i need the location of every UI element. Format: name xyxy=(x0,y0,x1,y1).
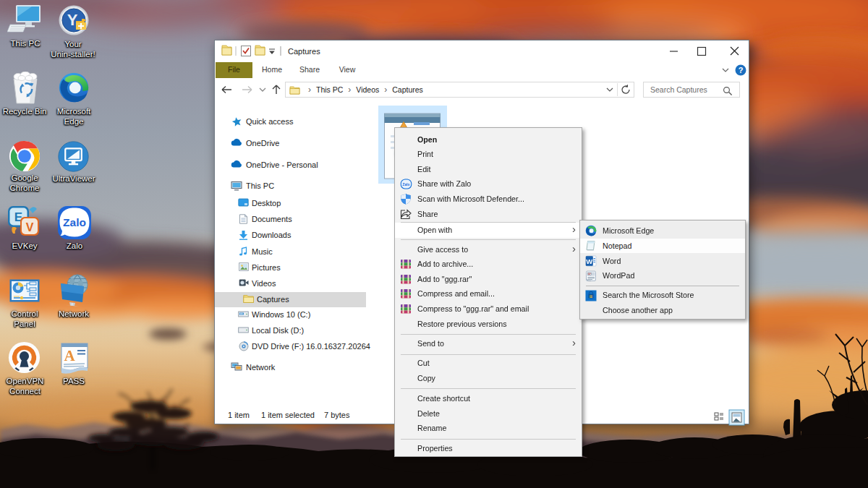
svg-text:Zalo: Zalo xyxy=(402,183,409,187)
svg-text:⊞: ⊞ xyxy=(590,294,593,298)
svg-text:W: W xyxy=(586,257,592,265)
svg-text:?: ? xyxy=(739,66,744,74)
svg-text:Zalo: Zalo xyxy=(63,216,86,228)
svg-text:A: A xyxy=(64,347,75,364)
svg-text:V: V xyxy=(26,221,34,234)
